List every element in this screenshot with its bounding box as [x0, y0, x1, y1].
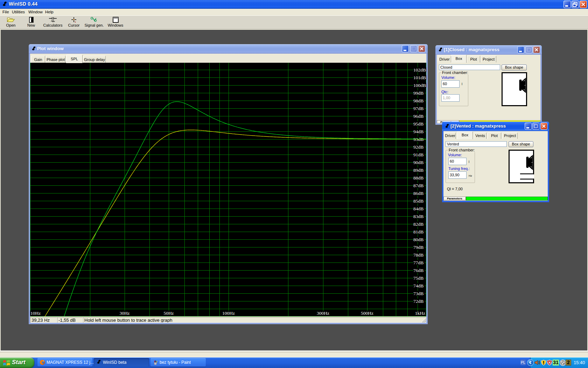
svg-text:75dB: 75dB [413, 275, 424, 281]
svg-text:83dB: 83dB [413, 214, 424, 219]
svg-text:91dB: 91dB [413, 152, 424, 157]
svg-text:76dB: 76dB [413, 268, 424, 273]
svg-text:30Hz: 30Hz [119, 311, 130, 316]
svg-text:50Hz: 50Hz [163, 311, 174, 316]
svg-text:102dB: 102dB [413, 67, 426, 73]
svg-text:72dB: 72dB [413, 299, 424, 304]
svg-text:90dB: 90dB [413, 160, 424, 165]
svg-text:88dB: 88dB [413, 175, 424, 180]
svg-text:98dB: 98dB [413, 98, 424, 103]
svg-text:10Hz: 10Hz [30, 311, 41, 316]
svg-text:1kHz: 1kHz [415, 311, 425, 316]
svg-text:96dB: 96dB [413, 114, 424, 119]
svg-text:95dB: 95dB [413, 121, 424, 127]
svg-text:92dB: 92dB [413, 144, 424, 150]
svg-text:97dB: 97dB [413, 106, 424, 111]
svg-text:100Hz: 100Hz [222, 311, 235, 316]
svg-text:300Hz: 300Hz [317, 311, 329, 316]
svg-text:86dB: 86dB [413, 191, 424, 196]
svg-text:78dB: 78dB [413, 252, 424, 258]
svg-text:82dB: 82dB [413, 222, 424, 227]
svg-text:99dB: 99dB [413, 90, 424, 96]
svg-text:94dB: 94dB [413, 129, 424, 134]
svg-text:500Hz: 500Hz [361, 311, 373, 316]
svg-text:74dB: 74dB [413, 283, 424, 288]
svg-text:100dB: 100dB [413, 83, 426, 88]
svg-text:77dB: 77dB [413, 260, 424, 265]
svg-text:80dB: 80dB [413, 237, 424, 242]
svg-text:85dB: 85dB [413, 198, 424, 204]
svg-text:79dB: 79dB [413, 245, 424, 250]
svg-text:87dB: 87dB [413, 183, 424, 188]
svg-text:84dB: 84dB [413, 206, 424, 211]
svg-text:89dB: 89dB [413, 168, 424, 173]
svg-text:73dB: 73dB [413, 291, 424, 296]
svg-text:81dB: 81dB [413, 229, 424, 234]
svg-text:101dB: 101dB [413, 75, 426, 80]
